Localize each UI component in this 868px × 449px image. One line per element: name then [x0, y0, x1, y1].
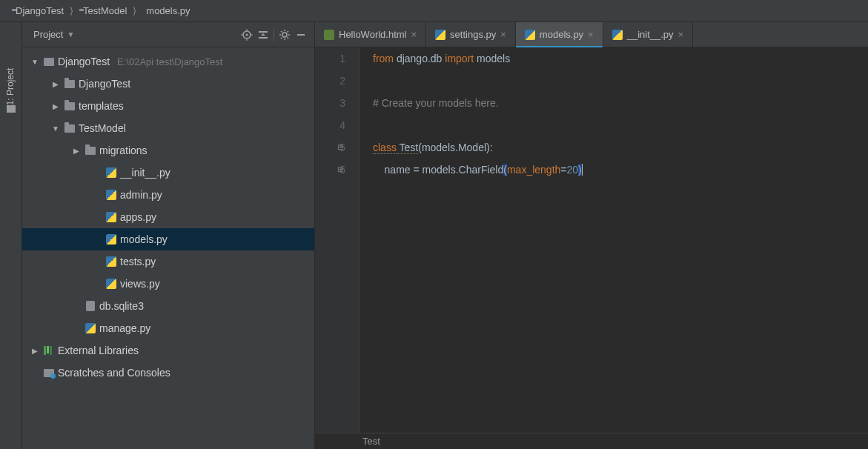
html-file-icon	[324, 30, 334, 40]
project-tool-button[interactable]: 1: Project	[6, 68, 16, 106]
expand-arrow-icon[interactable]	[50, 102, 61, 110]
open-icon	[44, 58, 54, 66]
expand-arrow-icon[interactable]	[71, 147, 82, 155]
tree-item-label: __init__.py	[120, 167, 170, 179]
tree-item-label: DjangoTest	[79, 78, 130, 90]
close-icon[interactable]: ×	[678, 29, 684, 40]
tree-row[interactable]: templates	[22, 95, 314, 117]
tree-item-label: migrations	[99, 144, 148, 156]
tree-row[interactable]: manage.py	[22, 317, 314, 339]
tree-item-label: tests.py	[120, 256, 156, 267]
tree-row[interactable]: __init__.py	[22, 162, 314, 184]
chevron-down-icon: ▼	[67, 30, 74, 39]
folder-icon	[85, 147, 96, 155]
py-icon	[106, 256, 116, 267]
tree-item-label: admin.py	[120, 189, 162, 201]
svg-rect-9	[297, 34, 305, 36]
svg-point-1	[246, 33, 248, 36]
tool-window-stripe: 1: Project	[0, 22, 22, 449]
expand-arrow-icon[interactable]	[50, 124, 61, 133]
project-view-selector[interactable]: Project ▼	[30, 29, 236, 40]
breadcrumb-label: models.py	[146, 5, 190, 16]
minimize-icon[interactable]	[295, 29, 307, 41]
project-tree[interactable]: DjangoTestE:\02Api test\DjangoTestDjango…	[22, 47, 314, 449]
chevron-right-icon	[70, 5, 73, 16]
tree-row[interactable]: models.py	[22, 228, 314, 250]
svg-point-8	[282, 33, 287, 37]
structure-tool-icon[interactable]	[7, 105, 16, 113]
tree-row[interactable]: TestModel	[22, 117, 314, 139]
tab-label: HelloWorld.html	[339, 29, 407, 40]
py-icon	[106, 190, 116, 200]
breadcrumb-item[interactable]: models.py	[138, 5, 194, 16]
tree-item-label: External Libraries	[58, 345, 139, 356]
scratch-icon	[44, 369, 54, 377]
editor-tabs: HelloWorld.html×settings.py×models.py×__…	[315, 22, 868, 47]
breadcrumb-item[interactable]: TestModel	[75, 5, 131, 16]
breadcrumb-item[interactable]: DjangoTest	[7, 5, 68, 16]
py-file-icon	[612, 30, 623, 40]
folder-icon	[64, 80, 75, 88]
fold-marker-icon[interactable]: ⊟	[337, 159, 343, 181]
tree-item-path: E:\02Api test\DjangoTest	[117, 56, 222, 67]
project-toolbar: Project ▼	[22, 22, 314, 47]
py-file-icon	[435, 30, 445, 40]
locate-icon[interactable]	[241, 29, 253, 41]
tree-item-label: manage.py	[99, 322, 150, 334]
py-icon	[106, 234, 116, 245]
tree-row[interactable]: tests.py	[22, 250, 314, 273]
tree-row[interactable]: admin.py	[22, 184, 314, 206]
svg-rect-7	[259, 37, 268, 39]
editor-tab[interactable]: __init__.py×	[603, 22, 693, 47]
tab-label: models.py	[540, 29, 583, 40]
project-tool-window: Project ▼ DjangoTestE:\02Api test\Django…	[22, 22, 315, 449]
fold-marker-icon[interactable]: ⊟	[337, 136, 343, 159]
py-file-icon	[525, 30, 535, 40]
close-icon[interactable]: ×	[500, 29, 506, 40]
tab-label: __init__.py	[627, 29, 674, 40]
tree-item-label: Scratches and Consoles	[58, 367, 170, 379]
close-icon[interactable]: ×	[588, 29, 594, 40]
tree-item-label: TestModel	[79, 122, 126, 134]
tree-row[interactable]: DjangoTestE:\02Api test\DjangoTest	[22, 50, 314, 73]
db-icon	[86, 301, 95, 311]
line-number: 1	[315, 47, 345, 70]
tree-row[interactable]: DjangoTest	[22, 73, 314, 95]
close-icon[interactable]: ×	[411, 29, 417, 40]
breadcrumb-label: TestModel	[83, 5, 127, 16]
tree-row[interactable]: apps.py	[22, 206, 314, 228]
breadcrumb: DjangoTest TestModel models.py	[0, 0, 868, 22]
breadcrumb-bottom[interactable]: Test	[315, 433, 868, 449]
tab-label: settings.py	[450, 29, 496, 40]
breadcrumb-label: DjangoTest	[16, 5, 64, 16]
tree-row[interactable]: Scratches and Consoles	[22, 362, 314, 384]
expand-arrow-icon[interactable]	[50, 80, 61, 88]
editor-tab[interactable]: settings.py×	[426, 22, 516, 47]
tree-item-label: DjangoTest	[58, 56, 110, 67]
chevron-right-icon	[133, 5, 136, 16]
code-editor[interactable]: 1 2 3 4 ⊟5 ⊟6 from django.db import mode…	[315, 47, 868, 433]
line-number: 2	[315, 70, 345, 92]
folder-icon	[64, 124, 75, 133]
py-icon	[106, 212, 116, 222]
line-number: 4	[315, 114, 345, 136]
tree-item-label: views.py	[120, 278, 160, 290]
gear-icon[interactable]	[279, 29, 291, 41]
collapse-all-icon[interactable]	[257, 29, 269, 41]
project-title: Project	[33, 29, 63, 40]
editor-tab[interactable]: models.py×	[516, 22, 603, 47]
separator	[274, 28, 274, 41]
tree-row[interactable]: views.py	[22, 273, 314, 295]
tree-row[interactable]: External Libraries	[22, 339, 314, 362]
py-icon	[106, 167, 116, 178]
editor-tab[interactable]: HelloWorld.html×	[315, 22, 426, 47]
code-content[interactable]: from django.db import models # Create yo…	[360, 47, 868, 433]
svg-rect-6	[259, 31, 268, 33]
tree-item-label: db.sqlite3	[99, 300, 144, 312]
tree-row[interactable]: migrations	[22, 139, 314, 162]
line-number-gutter: 1 2 3 4 ⊟5 ⊟6	[315, 47, 360, 433]
tree-row[interactable]: db.sqlite3	[22, 295, 314, 317]
expand-arrow-icon[interactable]	[30, 58, 40, 66]
line-number: 3	[315, 92, 345, 114]
expand-arrow-icon[interactable]	[30, 347, 40, 355]
